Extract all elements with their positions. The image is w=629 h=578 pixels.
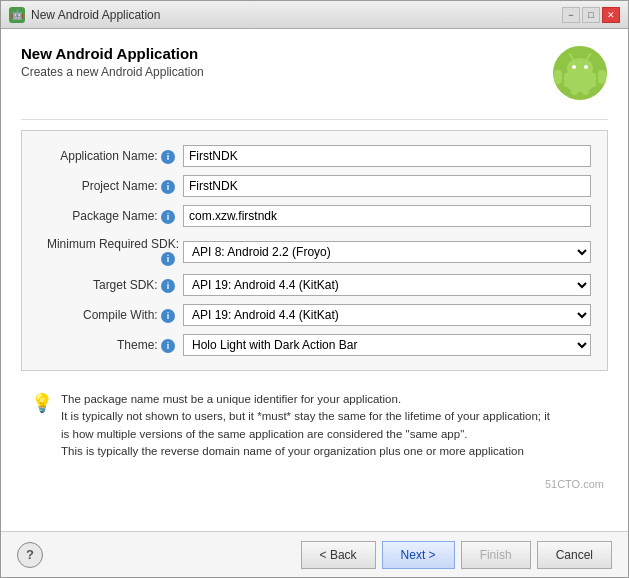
titlebar: 🤖 New Android Application − □ ✕ — [1, 1, 628, 29]
target-sdk-info-icon[interactable]: i — [161, 279, 175, 293]
project-name-row: Project Name: i — [38, 175, 591, 197]
page-subtitle: Creates a new Android Application — [21, 65, 204, 79]
page-title: New Android Application — [21, 45, 204, 62]
window-icon: 🤖 — [9, 7, 25, 23]
package-name-row: Package Name: i — [38, 205, 591, 227]
separator — [21, 119, 608, 120]
app-name-info-icon[interactable]: i — [161, 150, 175, 164]
svg-rect-11 — [582, 83, 589, 95]
footer-right: < Back Next > Finish Cancel — [301, 541, 612, 569]
next-button[interactable]: Next > — [382, 541, 455, 569]
compile-with-info-icon[interactable]: i — [161, 309, 175, 323]
back-button[interactable]: < Back — [301, 541, 376, 569]
project-name-input[interactable] — [183, 175, 591, 197]
info-section: 💡 The package name must be a unique iden… — [21, 381, 608, 470]
titlebar-title: New Android Application — [31, 8, 160, 22]
compile-with-label: Compile With: i — [38, 308, 183, 323]
header-text: New Android Application Creates a new An… — [21, 45, 204, 79]
close-button[interactable]: ✕ — [602, 7, 620, 23]
target-sdk-select[interactable]: API 8: Android 2.2 (Froyo) API 14: Andro… — [183, 274, 591, 296]
watermark: 51CTO.com — [21, 478, 608, 519]
svg-rect-9 — [598, 70, 606, 84]
theme-row: Theme: i Holo Light with Dark Action Bar… — [38, 334, 591, 356]
svg-rect-8 — [554, 70, 562, 84]
maximize-button[interactable]: □ — [582, 7, 600, 23]
min-sdk-row: Minimum Required SDK: i API 8: Android 2… — [38, 237, 591, 266]
package-name-label: Package Name: i — [38, 209, 183, 224]
svg-point-3 — [567, 58, 593, 78]
app-name-input[interactable] — [183, 145, 591, 167]
footer-left: ? — [17, 542, 43, 568]
compile-with-select[interactable]: API 8: Android 2.2 (Froyo) API 14: Andro… — [183, 304, 591, 326]
bulb-icon: 💡 — [31, 392, 53, 460]
target-sdk-row: Target SDK: i API 8: Android 2.2 (Froyo)… — [38, 274, 591, 296]
main-window: 🤖 New Android Application − □ ✕ New Andr… — [0, 0, 629, 578]
cancel-button[interactable]: Cancel — [537, 541, 612, 569]
compile-with-row: Compile With: i API 8: Android 2.2 (Froy… — [38, 304, 591, 326]
help-button[interactable]: ? — [17, 542, 43, 568]
svg-point-7 — [584, 65, 588, 69]
package-name-info-icon[interactable]: i — [161, 210, 175, 224]
target-sdk-label: Target SDK: i — [38, 278, 183, 293]
svg-point-6 — [572, 65, 576, 69]
main-content: New Android Application Creates a new An… — [1, 29, 628, 531]
min-sdk-info-icon[interactable]: i — [161, 252, 175, 266]
minimize-button[interactable]: − — [562, 7, 580, 23]
titlebar-left: 🤖 New Android Application — [9, 7, 160, 23]
app-name-label: Application Name: i — [38, 149, 183, 164]
package-name-input[interactable] — [183, 205, 591, 227]
app-name-row: Application Name: i — [38, 145, 591, 167]
header-section: New Android Application Creates a new An… — [21, 45, 608, 101]
info-text: The package name must be a unique identi… — [61, 391, 550, 460]
project-name-label: Project Name: i — [38, 179, 183, 194]
footer: ? < Back Next > Finish Cancel — [1, 531, 628, 577]
min-sdk-label: Minimum Required SDK: i — [38, 237, 183, 266]
project-name-info-icon[interactable]: i — [161, 180, 175, 194]
finish-button[interactable]: Finish — [461, 541, 531, 569]
theme-info-icon[interactable]: i — [161, 339, 175, 353]
titlebar-controls: − □ ✕ — [562, 7, 620, 23]
form-section: Application Name: i Project Name: i Pack… — [21, 130, 608, 371]
min-sdk-select[interactable]: API 8: Android 2.2 (Froyo) API 14: Andro… — [183, 241, 591, 263]
theme-label: Theme: i — [38, 338, 183, 353]
android-logo — [552, 45, 608, 101]
theme-select[interactable]: Holo Light with Dark Action Bar Holo Dar… — [183, 334, 591, 356]
svg-rect-10 — [571, 83, 578, 95]
